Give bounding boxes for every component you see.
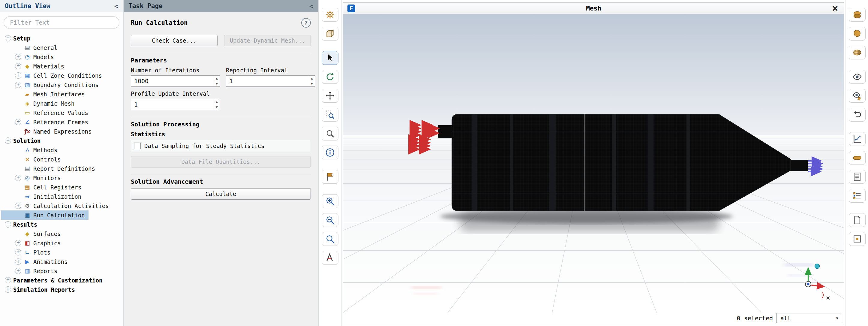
data-sampling-row[interactable]: Data Sampling for Steady Statistics xyxy=(131,140,311,152)
tree-item-parameters-customization[interactable]: +Parameters & Customization xyxy=(1,275,106,285)
profile-update-spinner[interactable]: ▲ ▼ xyxy=(131,99,220,110)
tree-item-plots[interactable]: +∟Plots xyxy=(1,248,54,257)
page-icon[interactable] xyxy=(849,213,866,227)
tree-item-dynamic-mesh[interactable]: +◈Dynamic Mesh xyxy=(1,99,78,108)
plus-expander-icon[interactable]: + xyxy=(15,54,21,60)
measure-axes-icon[interactable] xyxy=(322,251,338,265)
view-box-icon[interactable] xyxy=(322,27,338,40)
calcact-icon: ⚙ xyxy=(23,203,31,209)
tree-item-initialization[interactable]: +⇒Initialization xyxy=(1,192,85,201)
display-ellipsoid-icon[interactable] xyxy=(849,8,866,22)
plus-expander-icon[interactable]: + xyxy=(15,268,21,274)
tree-item-calculation-activities[interactable]: +⚙Calculation Activities xyxy=(1,201,113,210)
spin-down-icon[interactable]: ▼ xyxy=(214,105,220,110)
tree-item-cell-registers[interactable]: +▦Cell Registers xyxy=(1,182,85,192)
rotate-view-icon[interactable] xyxy=(322,70,338,84)
tree-item-reference-frames[interactable]: +∠Reference Frames xyxy=(1,117,92,127)
tree-item-monitors[interactable]: +◎Monitors xyxy=(1,173,64,182)
info-icon[interactable] xyxy=(322,146,338,159)
cell-dot-icon[interactable] xyxy=(849,232,866,246)
tree-item-controls[interactable]: +×Controls xyxy=(1,155,64,164)
reporting-interval-input[interactable] xyxy=(226,76,309,86)
eye-icon[interactable] xyxy=(849,70,866,84)
plus-expander-icon[interactable]: + xyxy=(5,277,11,284)
tree-item-surfaces[interactable]: +◆Surfaces xyxy=(1,229,64,238)
probe-magnifier-icon[interactable] xyxy=(322,127,338,141)
tree-item-boundary-conditions[interactable]: +▧Boundary Conditions xyxy=(1,80,102,89)
plus-expander-icon[interactable]: + xyxy=(15,259,21,265)
tree-item-reference-values[interactable]: +▭Reference Values xyxy=(1,108,92,117)
tree-item-general[interactable]: +▤General xyxy=(1,43,61,52)
minus-expander-icon[interactable]: − xyxy=(5,35,11,41)
spin-up-icon[interactable]: ▲ xyxy=(214,76,220,81)
display-gear-icon[interactable] xyxy=(322,8,338,22)
zoom-area-icon[interactable] xyxy=(322,108,338,122)
meshif-icon: ▰ xyxy=(23,91,31,97)
zoom-out-icon[interactable] xyxy=(322,213,338,227)
plus-expander-icon[interactable]: + xyxy=(15,175,21,181)
surface-filter-dropdown[interactable]: all ▾ xyxy=(776,313,841,323)
flag-icon[interactable] xyxy=(322,170,338,184)
zoom-fit-icon[interactable] xyxy=(322,232,338,246)
check-case-button[interactable]: Check Case... xyxy=(131,35,218,46)
plus-expander-icon[interactable]: + xyxy=(15,249,21,256)
pill-icon[interactable] xyxy=(849,151,866,165)
display-mesh-icon[interactable] xyxy=(849,46,866,59)
tree-item-solution[interactable]: −Solution xyxy=(1,136,44,145)
tree-item-animations[interactable]: +▶Animations xyxy=(1,257,71,266)
help-button[interactable]: ? xyxy=(301,18,311,28)
tree-item-label: Cell Registers xyxy=(33,184,81,190)
tree-item-run-calculation[interactable]: +▣Run Calculation xyxy=(1,210,89,220)
data-sampling-checkbox[interactable] xyxy=(134,143,141,149)
chart-icon[interactable] xyxy=(849,132,866,146)
iterations-spinner[interactable]: ▲ ▼ xyxy=(131,75,220,87)
tree-item-mesh-interfaces[interactable]: +▰Mesh Interfaces xyxy=(1,89,89,99)
plus-expander-icon[interactable]: + xyxy=(5,286,11,293)
tree-item-results[interactable]: −Results xyxy=(1,220,41,229)
zoom-in-icon[interactable] xyxy=(322,194,338,208)
tree-item-reports[interactable]: +▥Reports xyxy=(1,266,61,275)
spin-up-icon[interactable]: ▲ xyxy=(309,76,315,81)
spin-down-icon[interactable]: ▼ xyxy=(214,81,220,86)
eye-edit-icon[interactable] xyxy=(849,89,866,103)
close-icon[interactable]: × xyxy=(832,3,839,13)
profile-update-input[interactable] xyxy=(131,99,214,110)
tree-item-cell-zone-conditions[interactable]: +▦Cell Zone Conditions xyxy=(1,71,105,80)
task-page-collapse-button[interactable]: < xyxy=(309,2,313,10)
iterations-input[interactable] xyxy=(131,76,214,86)
plus-expander-icon[interactable]: + xyxy=(15,119,21,125)
tree-item-named-expressions[interactable]: +ƒxNamed Expressions xyxy=(1,127,95,136)
tree-item-label: Setup xyxy=(13,35,30,42)
tree-item-setup[interactable]: −Setup xyxy=(1,34,34,43)
spin-up-icon[interactable]: ▲ xyxy=(214,99,220,105)
tree-item-graphics[interactable]: +◧Graphics xyxy=(1,238,64,248)
plus-expander-icon[interactable]: + xyxy=(15,82,21,88)
undo-view-icon[interactable] xyxy=(849,108,866,122)
fx-icon: ƒx xyxy=(23,128,31,135)
tree-item-materials[interactable]: +◆Materials xyxy=(1,62,68,71)
list-icon[interactable] xyxy=(849,189,866,203)
plus-expander-icon[interactable]: + xyxy=(15,203,21,209)
report-doc-icon[interactable] xyxy=(849,170,866,184)
cursor-icon[interactable] xyxy=(322,51,338,65)
tree-item-report-definitions[interactable]: +▤Report Definitions xyxy=(1,164,99,173)
minus-expander-icon[interactable]: − xyxy=(5,138,11,144)
tree-item-label: Parameters & Customization xyxy=(13,277,102,284)
spin-down-icon[interactable]: ▼ xyxy=(309,81,315,86)
display-blob-icon[interactable] xyxy=(849,27,866,40)
plus-expander-icon[interactable]: + xyxy=(15,63,21,69)
data-file-quantities-button[interactable]: Data File Quantities... xyxy=(131,156,311,168)
plus-expander-icon[interactable]: + xyxy=(15,240,21,246)
calculate-button[interactable]: Calculate xyxy=(131,188,311,200)
filter-input[interactable] xyxy=(4,16,119,29)
pan-view-icon[interactable] xyxy=(322,89,338,103)
tree-item-methods[interactable]: +∴Methods xyxy=(1,145,61,155)
minus-expander-icon[interactable]: − xyxy=(5,221,11,228)
tree-item-simulation-reports[interactable]: +Simulation Reports xyxy=(1,285,79,294)
plus-expander-icon[interactable]: + xyxy=(15,72,21,79)
mesh-viewport[interactable] xyxy=(343,14,844,313)
reporting-interval-spinner[interactable]: ▲ ▼ xyxy=(226,75,315,87)
outline-collapse-button[interactable]: < xyxy=(114,2,118,10)
tree-item-models[interactable]: +◔Models xyxy=(1,52,58,62)
update-dynamic-mesh-button[interactable]: Update Dynamic Mesh... xyxy=(224,35,311,46)
